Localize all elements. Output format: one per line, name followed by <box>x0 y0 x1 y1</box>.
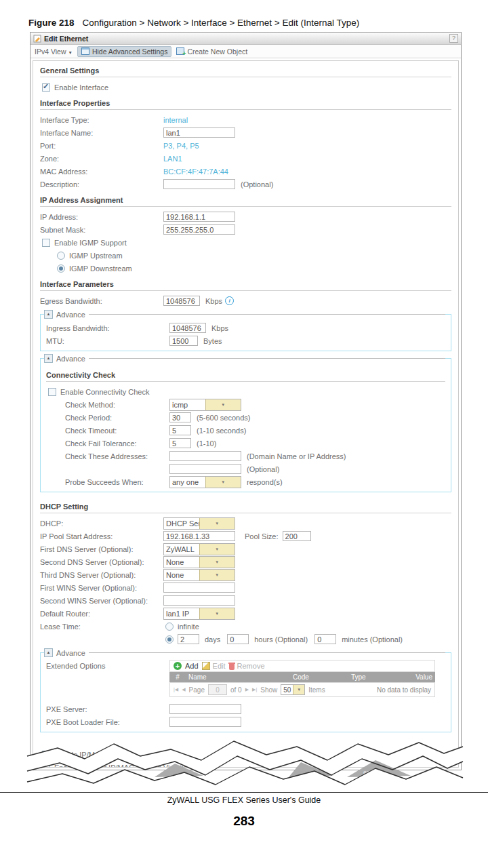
dropdown-arrow-icon <box>205 399 241 410</box>
lease-infinite-label: infinite <box>178 623 199 631</box>
lease-days-input[interactable] <box>178 634 199 644</box>
dropdown-arrow-icon <box>199 608 235 619</box>
dhcp-select[interactable]: DHCP Server <box>163 517 235 530</box>
ingress-bandwidth-input[interactable] <box>169 323 206 333</box>
col-name: Name <box>186 673 290 681</box>
check-fail-tolerance-hint: (1-10) <box>197 439 216 448</box>
subnet-mask-input[interactable] <box>163 224 235 235</box>
collapse-advance-button[interactable] <box>44 310 53 319</box>
hide-advanced-settings-button[interactable]: Hide Advanced Settings <box>77 46 172 57</box>
third-dns-value: None <box>164 571 199 579</box>
edit-button[interactable]: Edit <box>202 662 226 670</box>
enable-ipmac-logs-checkbox[interactable] <box>42 764 50 768</box>
advance-header: Advance <box>44 648 445 658</box>
igmp-upstream-radio[interactable] <box>57 252 65 260</box>
pxe-server-input[interactable] <box>169 704 241 714</box>
default-router-select[interactable]: lan1 IP <box>163 608 235 620</box>
check-timeout-input[interactable] <box>169 425 191 435</box>
last-page-button[interactable] <box>252 687 257 692</box>
first-wins-label: First WINS Server (Optional): <box>40 584 163 592</box>
check-period-hint: (5-600 seconds) <box>197 414 251 422</box>
lease-minutes-label: minutes (Optional) <box>342 635 403 644</box>
check-timeout-hint: (1-10 seconds) <box>197 427 246 435</box>
second-dns-select[interactable]: None <box>163 556 235 568</box>
ingress-bandwidth-label: Ingress Bandwidth: <box>46 324 169 332</box>
remove-button-label: Remove <box>237 662 265 670</box>
advance-box-connectivity: Advance Connectivity Check Enable Connec… <box>40 358 451 492</box>
footer-guide-title: ZyWALL USG FLEX Series User's Guide <box>0 795 488 805</box>
dialog-toolbar: IPv4 View Hide Advanced Settings Create … <box>30 45 461 58</box>
prev-page-button[interactable] <box>182 687 185 692</box>
check-method-select[interactable]: icmp <box>169 399 241 411</box>
add-icon[interactable] <box>174 662 182 670</box>
pool-size-input[interactable] <box>283 531 311 541</box>
lease-infinite-radio[interactable] <box>165 623 174 631</box>
info-icon[interactable]: i <box>225 296 234 305</box>
igmp-downstream-radio[interactable] <box>57 264 65 273</box>
third-dns-select[interactable]: None <box>163 569 235 581</box>
enable-ipmac-logs-label: Enable Logs for IP/MAC Binding Violation <box>54 764 192 768</box>
page-size-select[interactable]: 50 <box>281 684 305 695</box>
pxe-boot-input[interactable] <box>169 717 241 727</box>
remove-button[interactable]: Remove <box>229 662 265 670</box>
igmp-downstream-label: IGMP Downstream <box>69 264 132 273</box>
first-page-button[interactable] <box>174 687 178 692</box>
advance-divider <box>89 314 445 315</box>
lease-hours-input[interactable] <box>227 634 249 644</box>
collapse-advance-button[interactable] <box>44 354 53 363</box>
page-number-input[interactable] <box>208 684 227 695</box>
first-dns-select[interactable]: ZyWALL <box>163 543 235 555</box>
col-type: Type <box>348 673 397 681</box>
egress-bandwidth-input[interactable] <box>163 296 200 306</box>
pxe-boot-label: PXE Boot Loader File: <box>46 718 169 726</box>
table-toolbar: Add Edit Remove <box>169 660 435 672</box>
dropdown-arrow-icon <box>199 544 235 555</box>
window-icon <box>81 47 89 55</box>
next-page-button[interactable] <box>245 687 249 692</box>
probe-succeeds-select[interactable]: any one <box>169 476 241 488</box>
second-wins-label: Second WINS Server (Optional): <box>40 597 163 605</box>
help-button[interactable]: ? <box>449 34 458 43</box>
zone-value: LAN1 <box>163 155 182 163</box>
first-wins-input[interactable] <box>163 583 235 593</box>
enable-ipmac-binding-label: Enable IP/MAC Binding <box>54 751 132 759</box>
add-button-label[interactable]: Add <box>185 662 199 670</box>
second-dns-value: None <box>164 558 199 566</box>
check-fail-tolerance-label: Check Fail Tolerance: <box>46 439 169 448</box>
second-wins-input[interactable] <box>163 595 235 606</box>
advance-divider <box>89 358 445 359</box>
create-new-object-button[interactable]: Create New Object <box>176 47 247 56</box>
collapse-advance-button[interactable] <box>44 648 53 657</box>
enable-ipmac-binding-checkbox[interactable] <box>42 751 50 759</box>
table-pagination: Page of 0 Show 50 Items No data to displ… <box>169 682 435 697</box>
enable-interface-checkbox[interactable] <box>42 83 50 92</box>
check-fail-tolerance-input[interactable] <box>169 438 191 448</box>
lease-duration-radio[interactable] <box>165 635 174 644</box>
check-addresses-input[interactable] <box>169 451 241 461</box>
check-addresses2-hint: (Optional) <box>247 465 279 473</box>
ipv4-view-button[interactable]: IPv4 View <box>35 47 73 56</box>
description-input[interactable] <box>163 179 235 189</box>
lease-minutes-input[interactable] <box>314 634 336 644</box>
probe-succeeds-hint: respond(s) <box>247 478 283 486</box>
ip-address-input[interactable] <box>163 212 235 222</box>
interface-name-input[interactable] <box>163 127 235 138</box>
interface-type-value: internal <box>163 116 188 124</box>
section-ip-assignment: IP Address Assignment <box>40 191 451 207</box>
ip-address-label: IP Address: <box>40 213 163 221</box>
page-of-label: of 0 <box>230 686 242 694</box>
enable-igmp-checkbox[interactable] <box>42 239 50 247</box>
third-dns-label: Third DNS Server (Optional): <box>40 571 163 579</box>
check-addresses2-input[interactable] <box>169 464 241 474</box>
mtu-input[interactable] <box>169 336 198 346</box>
check-period-input[interactable] <box>169 412 191 422</box>
col-code: Code <box>290 673 348 681</box>
advance-divider <box>89 652 445 653</box>
enable-connectivity-check-checkbox[interactable] <box>48 388 56 396</box>
advance-box-extended: Advance Extended Options Add Edit <box>40 652 451 732</box>
advance-box-bandwidth: Advance Ingress Bandwidth: Kbps MTU: Byt… <box>40 314 451 351</box>
lease-time-label: Lease Time: <box>40 623 163 631</box>
mac-address-label: MAC Address: <box>40 167 163 176</box>
pool-start-input[interactable] <box>163 531 235 541</box>
mac-address-value: BC:CF:4F:47:7A:44 <box>163 167 228 176</box>
